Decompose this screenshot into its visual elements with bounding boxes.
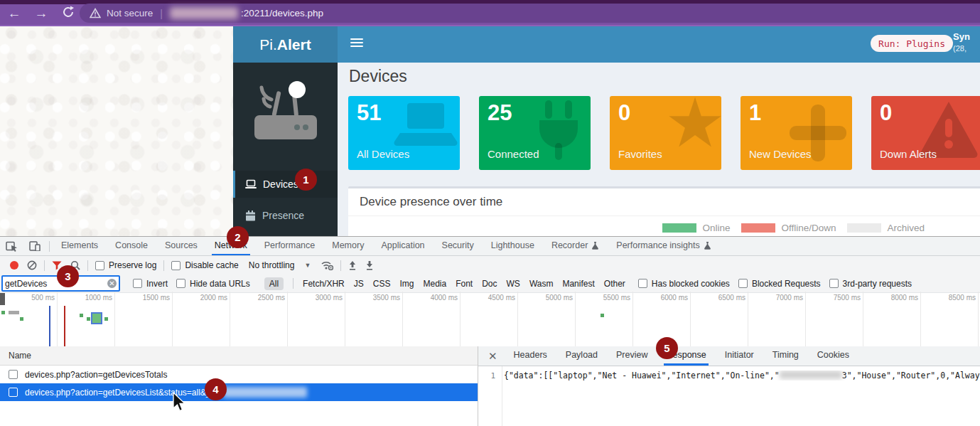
chip-doc[interactable]: Doc [482,279,497,289]
app-logo[interactable]: Pi.Alert [233,26,338,63]
third-party-requests-checkbox[interactable]: 3rd-party requests [825,279,916,289]
detail-tab-payload[interactable]: Payload [564,346,600,366]
request-row-devices-list[interactable]: devices.php?action=getDevicesList&status… [0,383,478,401]
record-icon[interactable] [6,261,23,270]
checkbox[interactable] [95,261,104,270]
star-icon: ★ [664,96,721,157]
tab-lighthouse[interactable]: Lighthouse [488,237,537,255]
hide-data-urls-checkbox[interactable]: Hide data URLs [172,279,254,289]
mouse-cursor [171,391,186,412]
tab-sources[interactable]: Sources [162,237,200,255]
flask-icon [704,241,711,250]
detail-tab-cookies[interactable]: Cookies [815,346,851,366]
tab-console[interactable]: Console [112,237,151,255]
blocked-requests-checkbox[interactable]: Blocked Requests [734,279,825,289]
chip-css[interactable]: CSS [373,279,391,289]
card-label: Favorites [618,148,662,160]
annotation-badge-5: 5 [656,337,678,359]
tab-performance[interactable]: Performance [262,237,318,255]
card-label: All Devices [357,148,409,160]
checkbox[interactable] [829,279,839,288]
annotation-badge-2: 2 [227,226,249,248]
card-new-devices[interactable]: 1 New Devices [741,96,852,170]
waterfall-dot [87,317,90,321]
chip-all[interactable]: All [264,277,284,290]
waterfall-dot [80,314,83,317]
invert-checkbox[interactable]: Invert [129,279,172,289]
disable-cache-checkbox[interactable]: Disable cache [167,260,242,270]
export-har-icon[interactable] [361,260,378,270]
laptop-icon [393,99,458,154]
tab-memory[interactable]: Memory [329,237,367,255]
tab-recorder[interactable]: Recorder [549,237,602,255]
checkbox[interactable] [9,370,18,379]
request-name: devices.php?action=getDevicesList&status… [25,388,216,398]
request-row-totals[interactable]: devices.php?action=getDevicesTotals [0,366,478,383]
checkbox[interactable] [171,261,181,270]
chevron-down-icon: ▼ [304,262,311,269]
chip-fetch-xhr[interactable]: Fetch/XHR [303,279,345,289]
timeline-scroll-nub [0,293,5,305]
card-favorites[interactable]: 0 ★ Favorites [610,96,721,170]
network-overview-timeline[interactable]: 500 ms1000 ms1500 ms2000 ms2500 ms3000 m… [0,292,980,347]
clear-icon[interactable] [23,260,41,270]
app-main: Devices 51 All Devices 25 Connected [338,63,980,236]
hamburger-icon[interactable] [350,38,363,49]
card-all-devices[interactable]: 51 All Devices [348,96,460,170]
checkbox[interactable] [133,279,142,288]
detail-tab-timing[interactable]: Timing [770,346,801,366]
run-plugins-button[interactable]: Run: Plugins [871,35,953,52]
checkbox[interactable] [738,279,748,288]
inspect-element-icon[interactable] [0,237,23,255]
throttling-select[interactable]: No throttling ▼ [243,260,317,270]
reload-icon[interactable] [61,5,78,19]
has-blocked-cookies-checkbox[interactable]: Has blocked cookies [634,279,734,289]
back-icon[interactable]: ← [6,6,23,21]
devtools: Elements Console Sources Network Perform… [0,236,980,426]
clear-input-icon[interactable]: ✕ [107,279,117,288]
tab-performance-insights[interactable]: Performance insights [613,237,714,255]
not-secure-warning-icon [90,8,101,18]
request-name: devices.php?action=getDevicesTotals [25,370,167,380]
tab-application[interactable]: Application [378,237,427,255]
detail-tab-preview[interactable]: Preview [614,346,650,366]
chip-other[interactable]: Other [604,279,625,289]
preserve-log-checkbox[interactable]: Preserve log [91,260,161,270]
detail-tab-headers[interactable]: Headers [512,346,549,366]
chip-media[interactable]: Media [423,279,446,289]
chip-font[interactable]: Font [456,279,473,289]
brand-prefix: Pi. [259,36,277,53]
router-logo-icon [233,63,338,167]
flask-icon [591,241,599,250]
tab-elements[interactable]: Elements [58,237,101,255]
import-har-icon[interactable] [344,260,361,270]
checkbox[interactable] [176,279,185,288]
chip-ws[interactable]: WS [507,279,520,289]
network-filter-row: ✕ Invert Hide data URLs All Fetch/XHR JS… [0,275,980,293]
chip-manifest[interactable]: Manifest [562,279,594,289]
chip-js[interactable]: JS [354,279,364,289]
presence-panel: Device presence over time Online Offline… [348,186,980,236]
waterfall-dot [20,317,23,321]
timeline-axis-labels: 500 ms1000 ms1500 ms2000 ms2500 ms3000 m… [0,292,980,304]
card-connected[interactable]: 25 Connected [479,96,591,170]
detail-tab-initiator[interactable]: Initiator [723,346,756,366]
checkbox[interactable] [638,279,647,288]
card-down-alerts[interactable]: 0 Down Alerts [871,96,980,170]
forward-icon[interactable]: → [33,6,50,21]
filter-input[interactable] [5,277,97,290]
device-toolbar-icon[interactable] [23,237,46,255]
address-bar[interactable]: Not secure | :20211/devices.php [80,4,980,23]
checkbox[interactable] [9,388,18,397]
card-value: 0 [880,100,892,126]
chip-wasm[interactable]: Wasm [529,279,554,289]
legend-online: Online [662,223,730,233]
chip-img[interactable]: Img [399,279,414,289]
name-column-header[interactable]: Name [0,346,478,366]
network-conditions-icon[interactable] [316,260,338,270]
tab-security[interactable]: Security [439,237,477,255]
sidebar-item-devices[interactable]: Devices [233,171,338,198]
close-icon[interactable]: ✕ [481,346,505,366]
legend-swatch [847,223,881,233]
sidebar-item-presence[interactable]: Presence [233,202,338,229]
